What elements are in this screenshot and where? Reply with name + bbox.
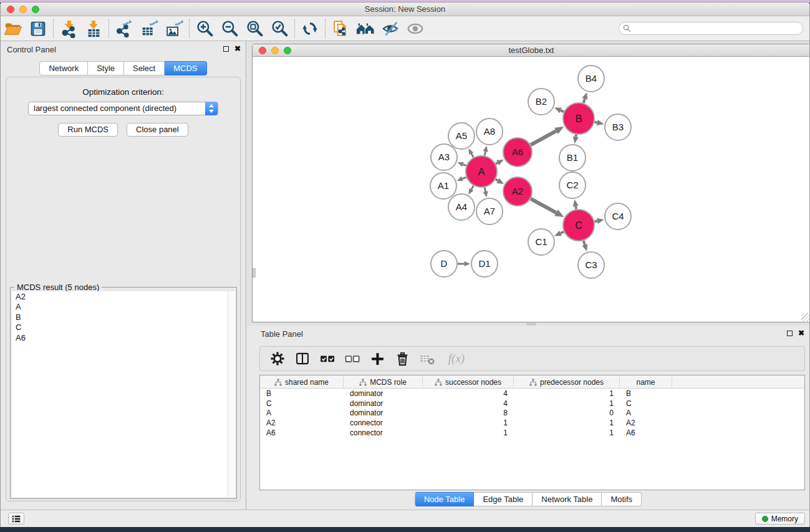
tab-edge-table[interactable]: Edge Table bbox=[474, 492, 533, 506]
graph-node-B3[interactable]: B3 bbox=[605, 114, 631, 140]
graph-edge[interactable] bbox=[468, 148, 473, 157]
criterion-select[interactable]: largest connected component (directed) bbox=[28, 102, 218, 115]
graph-node-B4[interactable]: B4 bbox=[578, 65, 604, 92]
graph-node-A7[interactable]: A7 bbox=[476, 198, 503, 225]
graph-edge[interactable] bbox=[594, 218, 604, 224]
tab-network[interactable]: Network bbox=[39, 61, 88, 75]
graph-edge[interactable] bbox=[582, 241, 587, 251]
graph-edge[interactable] bbox=[554, 231, 564, 236]
result-list-item[interactable]: C bbox=[12, 322, 228, 333]
export-network-button[interactable] bbox=[112, 18, 137, 39]
graph-edge[interactable] bbox=[457, 162, 466, 167]
graph-edge[interactable] bbox=[582, 92, 587, 103]
memory-button[interactable]: Memory bbox=[755, 513, 805, 525]
tab-network-table[interactable]: Network Table bbox=[533, 492, 602, 506]
graph-edge[interactable] bbox=[496, 178, 504, 184]
tab-style[interactable]: Style bbox=[88, 61, 124, 75]
table-row[interactable]: Adominator80A bbox=[260, 409, 804, 418]
graph-node-A5[interactable]: A5 bbox=[448, 123, 475, 149]
graph-edge[interactable] bbox=[573, 135, 579, 144]
network-window-titlebar[interactable]: testGlobe.txt bbox=[253, 44, 810, 57]
tab-mcds[interactable]: MCDS bbox=[165, 61, 206, 75]
graph-node-C4[interactable]: C4 bbox=[605, 203, 631, 230]
graph-edge[interactable] bbox=[594, 120, 604, 125]
graph-node-A8[interactable]: A8 bbox=[476, 118, 503, 145]
close-panel-icon[interactable]: ✖ bbox=[798, 330, 804, 336]
graph-edge[interactable] bbox=[458, 261, 470, 266]
graph-edge[interactable] bbox=[483, 146, 488, 156]
export-table-button[interactable] bbox=[137, 18, 162, 39]
column-header-successor-nodes[interactable]: successor nodes bbox=[423, 375, 514, 389]
table-settings-button[interactable] bbox=[268, 349, 287, 369]
mcds-result-list[interactable]: A2ABCA6 bbox=[12, 291, 228, 497]
table-row[interactable]: A6connector11A6 bbox=[260, 428, 804, 438]
graph-node-C2[interactable]: C2 bbox=[559, 172, 586, 198]
add-column-button[interactable] bbox=[367, 349, 387, 369]
save-session-button[interactable] bbox=[26, 18, 51, 39]
graph-node-B[interactable]: B bbox=[563, 103, 594, 134]
graph-node-C3[interactable]: C3 bbox=[578, 252, 604, 278]
canvas-vscroll-thumb[interactable] bbox=[253, 268, 256, 278]
graph-node-D1[interactable]: D1 bbox=[471, 251, 498, 277]
float-panel-icon[interactable] bbox=[223, 46, 229, 52]
open-session-button[interactable] bbox=[1, 18, 26, 39]
result-list-item[interactable]: B bbox=[12, 312, 228, 322]
column-header-name[interactable]: name bbox=[620, 375, 672, 389]
graph-node-A1[interactable]: A1 bbox=[430, 173, 456, 199]
import-table-button[interactable] bbox=[81, 18, 106, 39]
select-all-button[interactable] bbox=[317, 349, 337, 369]
graph-edge[interactable] bbox=[573, 200, 579, 210]
graph-edge[interactable] bbox=[531, 199, 564, 217]
graph-edge[interactable] bbox=[468, 186, 473, 195]
graph-node-C[interactable]: C bbox=[563, 210, 594, 241]
graph-node-B2[interactable]: B2 bbox=[528, 89, 554, 115]
close-panel-icon[interactable]: ✖ bbox=[234, 46, 241, 52]
run-mcds-button[interactable]: Run MCDS bbox=[58, 123, 118, 137]
hide-graphics-details-button[interactable] bbox=[378, 18, 403, 39]
search-input[interactable] bbox=[619, 22, 803, 35]
result-list-item[interactable]: A bbox=[12, 302, 228, 312]
window-resize-grip[interactable] bbox=[801, 313, 809, 321]
delete-table-button[interactable] bbox=[417, 349, 437, 369]
tab-node-table[interactable]: Node Table bbox=[415, 492, 475, 506]
column-header-predecessor-nodes[interactable]: predecessor nodes bbox=[514, 375, 620, 389]
tab-motifs[interactable]: Motifs bbox=[602, 492, 642, 506]
column-header-MCDS-role[interactable]: MCDS role bbox=[344, 375, 423, 389]
graph-node-A2[interactable]: A2 bbox=[503, 177, 532, 206]
graph-edge[interactable] bbox=[457, 177, 466, 181]
graph-node-B1[interactable]: B1 bbox=[559, 145, 586, 171]
graph-node-A[interactable]: A bbox=[466, 156, 497, 187]
deselect-all-button[interactable] bbox=[342, 349, 362, 369]
graph-node-D[interactable]: D bbox=[431, 251, 457, 277]
network-graph[interactable]: B4B2BB3A8A5A6A3B1AA1C2A2A4A7C4CC1C3DD1 bbox=[253, 57, 810, 322]
import-network-button[interactable] bbox=[56, 18, 81, 39]
result-scrollbar[interactable] bbox=[228, 291, 235, 497]
graph-node-A3[interactable]: A3 bbox=[431, 144, 457, 170]
column-header-shared-name[interactable]: shared name bbox=[260, 375, 344, 389]
new-network-button[interactable] bbox=[328, 18, 353, 39]
table-row[interactable]: A2connector11A2 bbox=[260, 418, 804, 428]
zoom-out-button[interactable] bbox=[217, 18, 242, 39]
zoom-fit-button[interactable] bbox=[242, 18, 267, 39]
tab-select[interactable]: Select bbox=[124, 61, 165, 75]
graph-node-A4[interactable]: A4 bbox=[448, 194, 475, 220]
split-panel-button[interactable] bbox=[292, 349, 312, 369]
graph-edge[interactable] bbox=[483, 187, 488, 197]
delete-columns-button[interactable] bbox=[392, 349, 412, 369]
refresh-button[interactable] bbox=[297, 18, 322, 39]
result-list-item[interactable]: A6 bbox=[12, 332, 228, 343]
graph-node-A6[interactable]: A6 bbox=[503, 138, 532, 167]
float-panel-icon[interactable] bbox=[787, 331, 793, 336]
table-row[interactable]: Cdominator41C bbox=[260, 399, 804, 409]
network-canvas[interactable]: B4B2BB3A8A5A6A3B1AA1C2A2A4A7C4CC1C3DD1 bbox=[253, 57, 810, 322]
graph-edge[interactable] bbox=[531, 127, 564, 145]
task-history-button[interactable] bbox=[8, 513, 24, 525]
close-panel-button[interactable]: Close panel bbox=[127, 123, 188, 137]
home-view-button[interactable] bbox=[353, 18, 378, 39]
graph-node-C1[interactable]: C1 bbox=[528, 229, 554, 255]
zoom-in-button[interactable] bbox=[192, 18, 217, 39]
graph-edge[interactable] bbox=[496, 160, 504, 165]
result-list-item[interactable]: A2 bbox=[12, 291, 228, 302]
export-image-button[interactable] bbox=[162, 18, 186, 39]
zoom-selected-button[interactable] bbox=[267, 18, 292, 39]
